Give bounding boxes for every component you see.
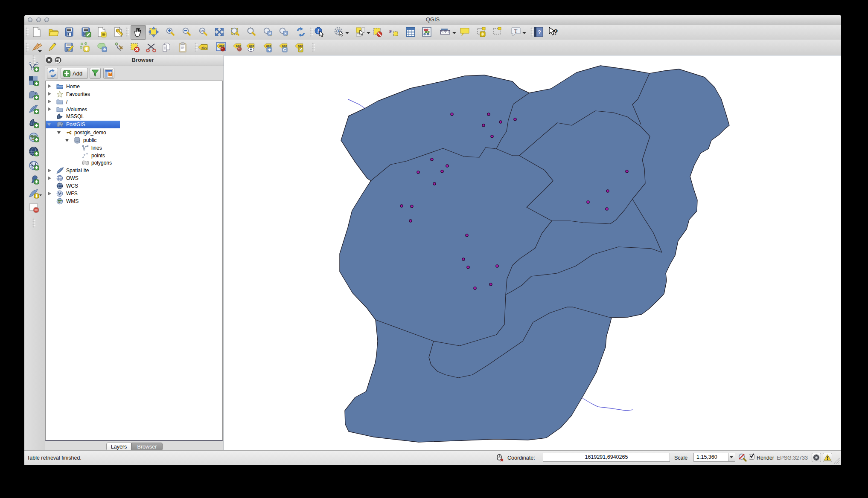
svg-text:T: T	[514, 28, 518, 34]
svg-text:1:1: 1:1	[200, 29, 204, 32]
svg-text:?: ?	[553, 28, 558, 36]
svg-text:?: ?	[538, 29, 541, 35]
svg-text:ε: ε	[389, 27, 392, 35]
